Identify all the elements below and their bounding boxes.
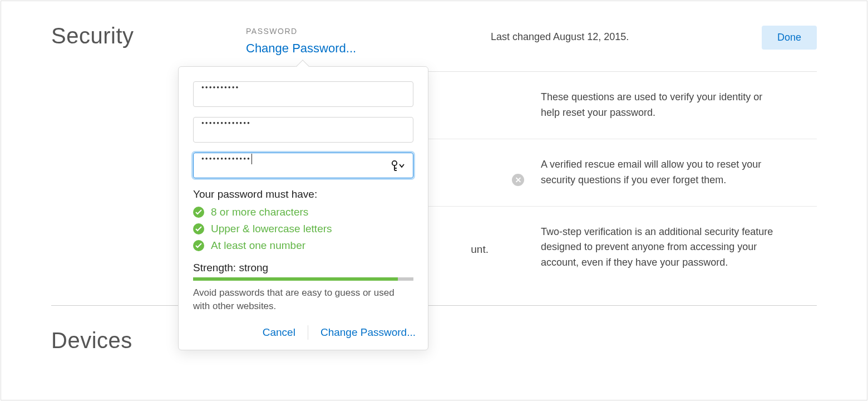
requirement-text: 8 or more characters xyxy=(211,206,308,218)
requirement-item: At least one number xyxy=(193,239,413,252)
new-password-input[interactable]: ●●●●●●●●●●●●● xyxy=(193,117,413,143)
confirm-password-input[interactable]: ●●●●●●●●●●●●● xyxy=(193,153,413,178)
password-label: PASSWORD xyxy=(246,27,491,36)
clear-icon[interactable] xyxy=(512,174,524,186)
strength-bar xyxy=(193,277,413,281)
done-button[interactable]: Done xyxy=(762,26,817,50)
requirement-text: At least one number xyxy=(211,239,305,252)
svg-point-0 xyxy=(392,161,397,165)
strength-label: Strength: strong xyxy=(193,262,413,274)
requirement-item: 8 or more characters xyxy=(193,206,413,218)
change-password-link[interactable]: Change Password... xyxy=(246,41,356,56)
password-advice: Avoid passwords that are easy to guess o… xyxy=(193,286,413,313)
security-questions-description: These questions are used to verify your … xyxy=(491,90,817,121)
two-step-description: Two-step verification is an additional s… xyxy=(491,224,817,271)
action-divider xyxy=(308,325,308,340)
devices-title: Devices xyxy=(51,328,817,353)
check-icon xyxy=(193,240,204,251)
change-password-button[interactable]: Change Password... xyxy=(320,326,416,339)
security-section-header: Security PASSWORD Change Password... Las… xyxy=(51,1,817,56)
requirement-text: Upper & lowercase letters xyxy=(211,223,332,235)
requirement-item: Upper & lowercase letters xyxy=(193,223,413,235)
change-password-popover: ●●●●●●●●●● ●●●●●●●●●●●●● ●●●●●●●●●●●●● xyxy=(178,66,428,350)
check-icon xyxy=(193,223,204,234)
section-divider xyxy=(51,305,817,306)
requirements-title: Your password must have: xyxy=(193,188,413,200)
security-title: Security xyxy=(51,23,246,48)
current-password-input[interactable]: ●●●●●●●●●● xyxy=(193,81,413,107)
check-icon xyxy=(193,207,204,218)
rescue-email-description: A verified rescue email will allow you t… xyxy=(491,157,817,188)
cancel-button[interactable]: Cancel xyxy=(263,326,295,339)
strength-fill xyxy=(193,277,398,281)
key-dropdown-icon[interactable] xyxy=(391,160,406,171)
